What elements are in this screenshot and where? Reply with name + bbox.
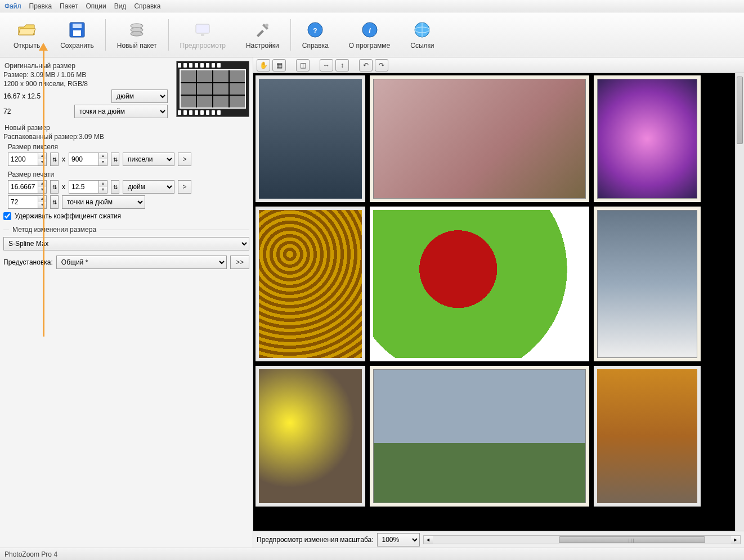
separator (290, 19, 291, 51)
hand-icon: ✋ (259, 61, 268, 69)
svg-rect-2 (73, 30, 81, 36)
separator (105, 19, 106, 51)
scroll-right-button[interactable]: ► (731, 536, 740, 544)
main-area: Оригинальный размер Размер: 3.09 МВ / 1.… (0, 57, 744, 548)
method-title: Метод изменения размера (9, 226, 100, 234)
batch-stack-icon (127, 20, 146, 39)
link-height-button[interactable]: ⇅ (111, 153, 119, 166)
scroll-left-button[interactable]: ◄ (424, 536, 433, 544)
svg-point-8 (265, 24, 268, 27)
link-ph-button[interactable]: ⇅ (111, 180, 119, 194)
constrain-checkbox[interactable] (3, 212, 11, 220)
link-dpi-button[interactable]: ⇅ (50, 195, 59, 209)
rotate-left-button[interactable]: ↶ (359, 59, 373, 71)
preview-label: Предпросмотр (180, 42, 226, 50)
menu-help[interactable]: Справка (134, 2, 160, 10)
about-label: О программе (349, 42, 390, 50)
phys-dim: 16.67 x 12.5 (3, 92, 108, 100)
thumbnail-preview[interactable] (176, 61, 249, 117)
folder-open-icon (17, 20, 37, 39)
rotate-left-icon: ↶ (363, 61, 369, 69)
statusbar: PhotoZoom Pro 4 (0, 548, 744, 560)
orig-unit-select[interactable]: дюйм (111, 89, 168, 103)
links-button[interactable]: Ссылки (400, 15, 444, 55)
open-button[interactable]: Открыть (3, 15, 50, 55)
link-width-button[interactable]: ⇅ (50, 153, 59, 166)
flip-v-button[interactable]: ↕ (335, 59, 349, 71)
rotate-right-icon: ↷ (379, 61, 384, 69)
rotate-right-button[interactable]: ↷ (375, 59, 388, 71)
marquee-icon: ▦ (276, 61, 283, 69)
orig-dpi-unit-select[interactable]: точки на дюйм (74, 105, 168, 118)
menu-file[interactable]: Файл (5, 2, 21, 10)
new-batch-button[interactable]: Новый пакет (107, 15, 167, 55)
monitor-icon (193, 20, 212, 39)
save-label: Сохранить (60, 42, 94, 50)
svg-rect-6 (196, 24, 209, 33)
link-pw-button[interactable]: ⇅ (50, 180, 59, 194)
new-size-title: Новый размер (5, 124, 249, 132)
horizontal-scrollbar[interactable]: ◄ ► (423, 535, 741, 544)
width-input[interactable]: ▲▼ (8, 153, 47, 166)
separator (168, 19, 169, 51)
save-button[interactable]: Сохранить (50, 15, 104, 55)
image-tile (594, 207, 701, 361)
menu-view[interactable]: Вид (114, 2, 127, 10)
print-size-title: Размер печати (8, 171, 249, 178)
unpacked-size: Распакованный размер:3.09 МВ (3, 133, 249, 141)
flip-h-button[interactable]: ↔ (320, 59, 333, 71)
constrain-row: Удерживать коэффициент сжатия (3, 212, 249, 220)
floppy-disk-icon (68, 20, 87, 39)
method-select[interactable]: S-Spline Max (3, 237, 249, 250)
menu-options[interactable]: Опции (86, 2, 106, 10)
tools-icon (253, 20, 272, 39)
pixel-unit-select[interactable]: пиксели (123, 153, 174, 166)
print-height-input[interactable]: ▲▼ (69, 180, 107, 194)
help-button[interactable]: ? Справка (292, 15, 339, 55)
preview-bottom-bar: Предпросмотр изменения масштаба: 100% ◄ … (253, 531, 744, 548)
preset-label: Предустановка: (3, 258, 53, 266)
image-tile (370, 207, 589, 361)
menu-batch[interactable]: Пакет (60, 2, 78, 10)
apply-pixel-button[interactable]: > (178, 153, 191, 166)
help-label: Справка (302, 42, 329, 50)
x-label: x (62, 183, 65, 191)
print-unit-select[interactable]: дюйм (123, 180, 174, 194)
print-dpi-unit-select[interactable]: точки на дюйм (62, 195, 145, 209)
crop-tool-button[interactable]: ◫ (296, 59, 310, 71)
main-toolbar: Открыть Сохранить Новый пакет Предпросмо… (0, 12, 744, 57)
image-tile (256, 207, 365, 361)
flip-v-icon: ↕ (340, 61, 344, 69)
constrain-label: Удерживать коэффициент сжатия (15, 212, 121, 220)
links-label: Ссылки (410, 42, 434, 50)
pan-tool-button[interactable]: ✋ (257, 59, 270, 71)
apply-print-button[interactable]: > (178, 180, 191, 194)
help-icon: ? (306, 20, 325, 39)
app-name: PhotoZoom Pro 4 (5, 550, 57, 558)
crop-icon: ◫ (300, 61, 306, 69)
marquee-tool-button[interactable]: ▦ (272, 59, 286, 71)
vertical-scrollbar[interactable] (735, 73, 744, 531)
image-tile (594, 75, 701, 202)
menu-edit[interactable]: Правка (29, 2, 52, 10)
menubar: Файл Правка Пакет Опции Вид Справка (0, 0, 744, 12)
preview-toolbar: ✋ ▦ ◫ ↔ ↕ ↶ ↷ (253, 57, 744, 73)
image-tile (370, 75, 589, 202)
preset-more-button[interactable]: >> (230, 256, 249, 269)
image-canvas[interactable] (253, 73, 735, 531)
svg-rect-1 (73, 24, 82, 28)
zoom-select[interactable]: 100% (377, 533, 420, 546)
print-width-input[interactable]: ▲▼ (8, 180, 47, 194)
height-input[interactable]: ▲▼ (69, 153, 107, 166)
scroll-thumb[interactable] (559, 536, 705, 543)
x-label: x (62, 155, 65, 163)
globe-icon (413, 20, 432, 39)
print-dpi-input[interactable]: ▲▼ (8, 195, 47, 209)
settings-button[interactable]: Настройки (236, 15, 289, 55)
about-button[interactable]: i О программе (339, 15, 400, 55)
preview-button[interactable]: Предпросмотр (170, 15, 236, 55)
preview-pane: ✋ ▦ ◫ ↔ ↕ ↶ ↷ П (253, 57, 744, 548)
pixel-size-title: Размер пикселя (8, 143, 249, 151)
info-icon: i (360, 20, 379, 39)
preset-select[interactable]: Общий * (56, 256, 227, 269)
